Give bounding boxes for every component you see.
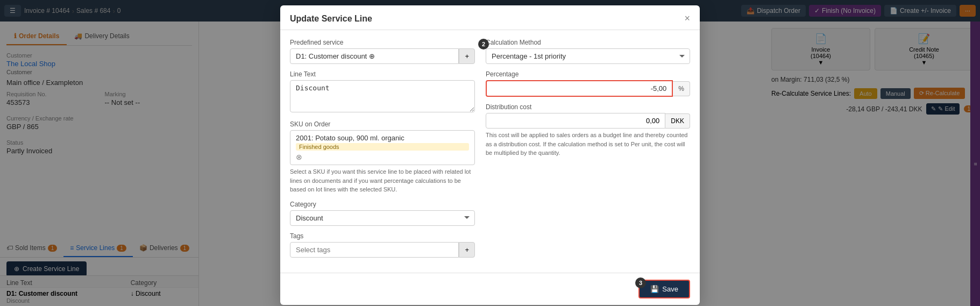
distribution-group: Distribution cost DKK This cost will be … [486,103,690,158]
distribution-unit: DKK [665,113,690,129]
save-icon: 💾 [650,285,659,293]
update-service-line-modal: Update Service Line × Predefined service… [280,5,700,305]
modal-header: Update Service Line × [280,5,700,30]
calc-method-select[interactable]: Percentage - 1st priority [486,48,690,64]
sku-tag: Finished goods [296,143,469,151]
category-group: Category Discount [290,201,475,226]
step-2-badge: 2 [478,39,489,49]
line-text-input[interactable]: Discount [290,80,475,112]
predefined-service-group: Predefined service + [290,39,475,64]
modal-right-col: 2 Calculation Method Percentage - 1st pr… [486,39,690,264]
tags-group: Tags + [290,232,475,258]
modal-close-btn[interactable]: × [684,13,690,24]
percentage-group: Percentage % [486,70,690,97]
predefined-service-input-row: + [290,48,475,64]
sku-label: SKU on Order [290,120,475,128]
percentage-input-row: % [486,80,690,97]
distribution-input[interactable] [486,113,665,129]
sku-help-text: Select a SKU if you want this service li… [290,167,475,194]
modal-title: Update Service Line [290,14,372,24]
modal-body: Predefined service + Line Text Discount [280,30,700,273]
distribution-help-text: This cost will be applied to sales order… [486,131,690,158]
sku-value: 2001: Potato soup, 900 ml. organic [296,134,469,142]
predefined-service-input[interactable] [290,48,459,64]
category-label: Category [290,201,475,208]
distribution-label: Distribution cost [486,103,690,111]
modal-footer: 3 💾 Save [280,273,700,305]
percentage-label: Percentage [486,70,690,78]
line-text-group: Line Text Discount [290,70,475,114]
tags-label: Tags [290,232,475,240]
sku-field: 2001: Potato soup, 900 ml. organic Finis… [290,130,475,165]
save-btn[interactable]: 💾 Save [638,280,690,298]
line-text-label: Line Text [290,70,475,78]
percentage-unit: % [673,81,690,96]
modal-overlay: Update Service Line × Predefined service… [0,0,980,306]
modal-left-col: Predefined service + Line Text Discount [290,39,475,264]
tags-add-btn[interactable]: + [459,242,475,258]
sku-group: SKU on Order 2001: Potato soup, 900 ml. … [290,120,475,194]
percentage-input[interactable] [486,80,673,97]
modal-columns: Predefined service + Line Text Discount [290,39,690,264]
calc-method-group: Calculation Method Percentage - 1st prio… [486,39,690,64]
distribution-input-row: DKK [486,113,690,129]
predefined-service-label: Predefined service [290,39,475,46]
category-select[interactable]: Discount [290,210,475,226]
tags-input-row: + [290,242,475,258]
sku-remove-btn[interactable]: ⊗ [296,153,469,161]
tags-input[interactable] [290,242,459,258]
predefined-service-add-btn[interactable]: + [459,48,475,64]
calc-method-label: Calculation Method [486,39,690,46]
step-3-badge: 3 [635,277,646,288]
